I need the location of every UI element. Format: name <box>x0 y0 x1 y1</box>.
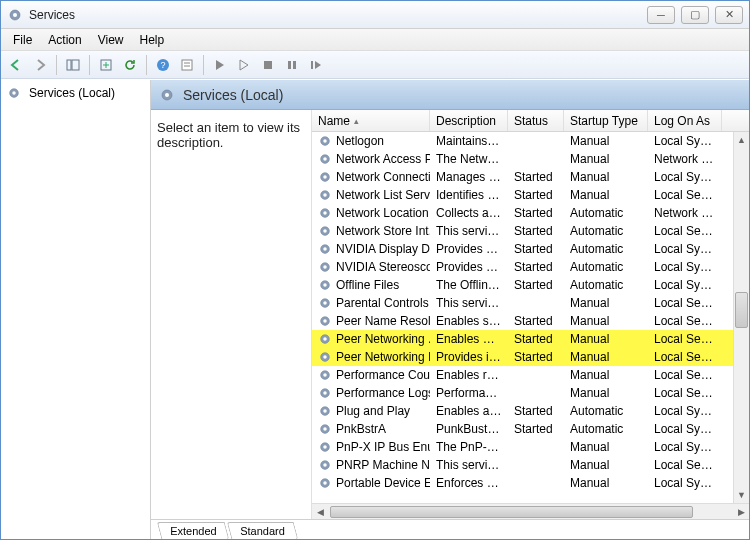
menu-action[interactable]: Action <box>40 31 89 49</box>
cell-status: Started <box>508 421 564 437</box>
cell-logon: Local Syste... <box>648 439 722 455</box>
gear-icon <box>318 260 332 274</box>
titlebar[interactable]: Services ─ ▢ ✕ <box>1 1 749 29</box>
cell-description: This service ... <box>430 295 508 311</box>
service-row[interactable]: NVIDIA Display Dri...Provides sys...Star… <box>312 240 749 258</box>
gear-icon <box>159 87 175 103</box>
service-row[interactable]: Performance Logs...Performanc...ManualLo… <box>312 384 749 402</box>
cell-logon: Local Syste... <box>648 241 722 257</box>
hscroll-thumb[interactable] <box>330 506 693 518</box>
cell-status: Started <box>508 169 564 185</box>
tab-standard[interactable]: Standard <box>227 522 298 539</box>
service-row[interactable]: PnkBstrAPunkBuster ...StartedAutomaticLo… <box>312 420 749 438</box>
service-row[interactable]: Peer Networking I...Provides ide...Start… <box>312 348 749 366</box>
refresh-button[interactable] <box>119 54 141 76</box>
cell-status: Started <box>508 331 564 347</box>
svg-point-29 <box>323 229 327 233</box>
menu-view[interactable]: View <box>90 31 132 49</box>
svg-point-49 <box>323 409 327 413</box>
col-status[interactable]: Status <box>508 110 564 131</box>
cell-description: Performanc... <box>430 385 508 401</box>
cell-description: The Offline ... <box>430 277 508 293</box>
service-row[interactable]: Network Access P...The Networ...ManualNe… <box>312 150 749 168</box>
cell-logon: Local Syste... <box>648 403 722 419</box>
service-row[interactable]: Network Store Int...This service ...Star… <box>312 222 749 240</box>
cell-name: Network Location ... <box>312 205 430 221</box>
gear-icon <box>318 278 332 292</box>
back-button[interactable] <box>5 54 27 76</box>
minimize-button[interactable]: ─ <box>647 6 675 24</box>
tree-root-services-local[interactable]: Services (Local) <box>5 84 146 102</box>
stop-service-button[interactable] <box>257 54 279 76</box>
maximize-button[interactable]: ▢ <box>681 6 709 24</box>
details-title: Services (Local) <box>183 87 283 103</box>
cell-description: Manages o... <box>430 169 508 185</box>
col-logon-as[interactable]: Log On As <box>648 110 722 131</box>
col-name[interactable]: Name <box>312 110 430 131</box>
scroll-thumb[interactable] <box>735 292 748 328</box>
console-tree[interactable]: Services (Local) <box>1 80 151 539</box>
menu-file[interactable]: File <box>5 31 40 49</box>
cell-startup: Manual <box>564 475 648 491</box>
horizontal-scrollbar[interactable]: ◀ ▶ <box>312 503 749 519</box>
cell-name: PNRP Machine Na... <box>312 457 430 473</box>
service-row[interactable]: Parental ControlsThis service ...ManualL… <box>312 294 749 312</box>
start-service-alt-button[interactable] <box>233 54 255 76</box>
service-row[interactable]: Peer Networking ...Enables mul...Started… <box>312 330 749 348</box>
export-button[interactable] <box>95 54 117 76</box>
window-title: Services <box>29 8 75 22</box>
service-row[interactable]: PnP-X IP Bus Enu...The PnP-X ...ManualLo… <box>312 438 749 456</box>
cell-startup: Manual <box>564 169 648 185</box>
cell-startup: Manual <box>564 133 648 149</box>
show-hide-tree-button[interactable] <box>62 54 84 76</box>
service-row[interactable]: Offline FilesThe Offline ...StartedAutom… <box>312 276 749 294</box>
cell-name: Parental Controls <box>312 295 430 311</box>
tab-extended[interactable]: Extended <box>157 522 230 539</box>
forward-button[interactable] <box>29 54 51 76</box>
cell-description: Enables a c... <box>430 403 508 419</box>
service-row[interactable]: NVIDIA Stereosco...Provides sys...Starte… <box>312 258 749 276</box>
cell-status <box>508 302 564 304</box>
restart-service-button[interactable] <box>305 54 327 76</box>
help-button[interactable]: ? <box>152 54 174 76</box>
service-row[interactable]: Plug and PlayEnables a c...StartedAutoma… <box>312 402 749 420</box>
close-button[interactable]: ✕ <box>715 6 743 24</box>
service-row[interactable]: NetlogonMaintains a ...ManualLocal Syste… <box>312 132 749 150</box>
cell-status: Started <box>508 277 564 293</box>
cell-startup: Manual <box>564 187 648 203</box>
service-row[interactable]: Network Location ...Collects an...Starte… <box>312 204 749 222</box>
scroll-up-icon[interactable]: ▲ <box>734 132 749 148</box>
start-service-button[interactable] <box>209 54 231 76</box>
cell-name: Offline Files <box>312 277 430 293</box>
cell-status: Started <box>508 223 564 239</box>
col-description[interactable]: Description <box>430 110 508 131</box>
properties-button[interactable] <box>176 54 198 76</box>
scroll-down-icon[interactable]: ▼ <box>734 487 749 503</box>
cell-logon: Local Syste... <box>648 169 722 185</box>
cell-startup: Automatic <box>564 223 648 239</box>
cell-name: PnP-X IP Bus Enu... <box>312 439 430 455</box>
cell-name: Peer Networking ... <box>312 331 430 347</box>
col-startup-type[interactable]: Startup Type <box>564 110 648 131</box>
menu-help[interactable]: Help <box>132 31 173 49</box>
service-row[interactable]: Peer Name Resolu...Enables serv...Starte… <box>312 312 749 330</box>
gear-icon <box>318 476 332 490</box>
cell-name: Performance Cou... <box>312 367 430 383</box>
service-row[interactable]: Portable Device E...Enforces gr...Manual… <box>312 474 749 492</box>
service-row[interactable]: Performance Cou...Enables rem...ManualLo… <box>312 366 749 384</box>
cell-status: Started <box>508 187 564 203</box>
service-row[interactable]: Network Connecti...Manages o...StartedMa… <box>312 168 749 186</box>
description-pane: Select an item to view its description. <box>151 110 311 519</box>
cell-startup: Manual <box>564 457 648 473</box>
service-row[interactable]: PNRP Machine Na...This service ...Manual… <box>312 456 749 474</box>
cell-description: Enforces gr... <box>430 475 508 491</box>
cell-logon: Local Service <box>648 457 722 473</box>
service-row[interactable]: Network List ServiceIdentifies th...Star… <box>312 186 749 204</box>
cell-description: The PnP-X ... <box>430 439 508 455</box>
pause-service-button[interactable] <box>281 54 303 76</box>
cell-logon: Local Service <box>648 295 722 311</box>
vertical-scrollbar[interactable]: ▲ ▼ <box>733 132 749 503</box>
cell-status <box>508 482 564 484</box>
cell-description: This service ... <box>430 457 508 473</box>
cell-startup: Automatic <box>564 259 648 275</box>
